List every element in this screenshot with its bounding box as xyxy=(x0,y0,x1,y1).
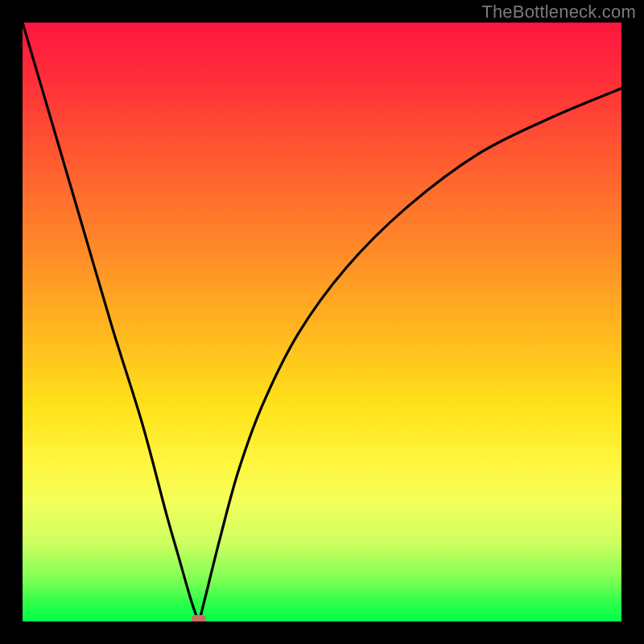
minimum-marker xyxy=(192,615,206,621)
plot-area xyxy=(23,23,621,621)
chart-frame: TheBottleneck.com xyxy=(0,0,644,644)
curve-path xyxy=(23,23,621,621)
watermark-text: TheBottleneck.com xyxy=(481,2,636,23)
curve-svg xyxy=(23,23,621,621)
